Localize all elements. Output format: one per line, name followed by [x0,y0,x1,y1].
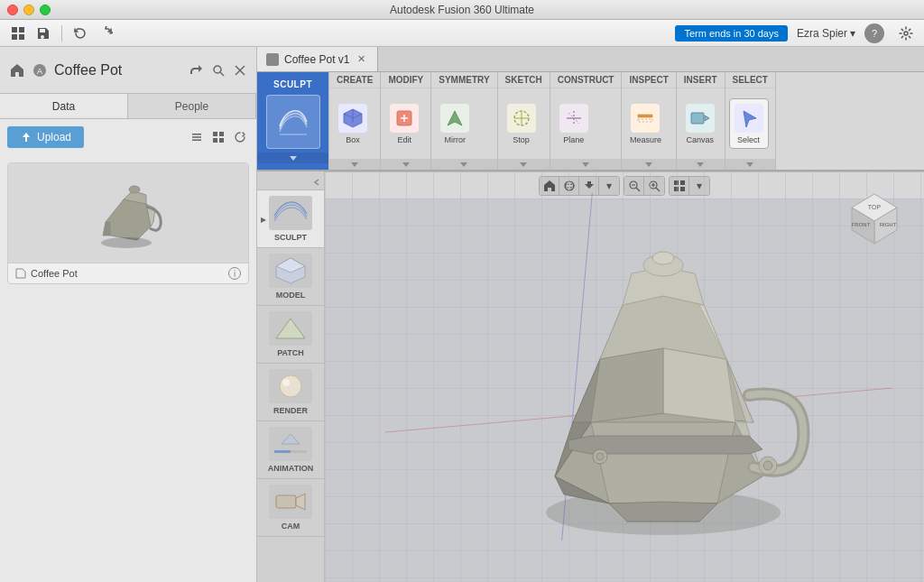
workspace-animation[interactable]: ANIMATION [257,421,324,479]
file-preview-svg [83,172,173,254]
cam-mode-label: CAM [282,522,300,531]
file-label: Coffee Pot i [8,263,248,283]
user-name: Ezra Spier [797,27,847,40]
file-thumbnail [8,163,248,263]
svg-rect-3 [19,34,24,40]
maximize-button[interactable] [40,5,51,15]
construct-dropdown[interactable] [550,159,622,170]
patch-mode-label: PATCH [277,348,304,357]
3d-model [483,224,826,531]
modify-tool-button[interactable]: Edit [384,98,424,149]
sculpt-dropdown[interactable] [257,152,328,163]
tab-people[interactable]: People [128,94,256,118]
undo-button[interactable] [69,23,91,43]
file-item[interactable]: Coffee Pot i [7,162,249,284]
create-dropdown[interactable] [329,159,380,170]
svg-marker-18 [106,199,151,240]
share-icon[interactable] [189,63,204,78]
svg-rect-0 [12,27,17,32]
close-button[interactable] [7,5,18,15]
render-thumb [269,369,312,403]
tab-bar: Data People [0,94,256,119]
svg-rect-2 [12,34,17,40]
svg-marker-44 [282,434,300,444]
viewport[interactable]: TOP RIGHT FRONT [325,171,924,582]
symmetry-tool-button[interactable]: Mirror [435,98,475,149]
modify-dropdown[interactable] [381,159,430,170]
insert-tool-button[interactable]: Canvas [680,98,720,149]
panel-collapse[interactable] [257,175,324,190]
close-panel-icon[interactable] [233,63,247,78]
svg-text:TOP: TOP [868,204,882,210]
user-menu[interactable]: Ezra Spier ▾ [791,25,861,42]
construct-icon [559,104,588,133]
ribbon: SCULPT CREATE [257,72,924,171]
doc-tab-row: Coffee Pot v1 ✕ [257,47,924,72]
svg-rect-15 [219,132,224,136]
select-label: SELECT [725,72,775,88]
info-button[interactable]: i [228,267,241,280]
workspace-sculpt[interactable]: ▶ SCULPT [257,190,324,248]
sculpt-thumb [269,196,312,230]
grid-view-button[interactable] [209,128,227,146]
create-box-button[interactable]: Box [333,98,373,149]
doc-tab-label: Coffee Pot v1 [284,53,350,66]
doc-tab-close-button[interactable]: ✕ [356,53,368,66]
inspect-dropdown[interactable] [622,159,675,170]
traffic-lights[interactable] [7,5,51,15]
svg-point-62 [763,461,772,470]
model-mode-label: MODEL [276,291,306,300]
workspace-patch[interactable]: PATCH [257,306,324,364]
grid-view-button[interactable] [7,23,29,43]
list-view-button[interactable] [188,128,206,146]
sculpt-label: SCULPT [266,76,319,91]
refresh-button[interactable] [231,128,249,146]
gizmo-cube[interactable]: TOP RIGHT FRONT [843,185,906,248]
svg-point-58 [652,252,674,264]
upload-label: Upload [37,131,71,143]
select-tool-button[interactable]: Select [729,98,769,149]
workspace-cam[interactable]: CAM [257,479,324,537]
svg-rect-14 [213,132,217,136]
workspace-render[interactable]: RENDER [257,364,324,421]
modify-section: MODIFY Edit [381,72,431,170]
content-area: A Coffee Pot Data People Upload [0,47,924,582]
svg-marker-55 [591,422,735,503]
inspect-tool-button[interactable]: Measure [625,98,665,149]
settings-button[interactable] [895,23,917,43]
main-area: ▶ SCULPT [257,171,924,582]
coffee-pot-model [483,224,862,549]
title-bar: Autodesk Fusion 360 Ultimate [0,0,924,20]
create-label: CREATE [329,72,380,88]
insert-dropdown[interactable] [677,159,725,170]
redo-button[interactable] [95,23,116,43]
symmetry-dropdown[interactable] [431,159,496,170]
minimize-button[interactable] [23,5,34,15]
save-button[interactable] [32,23,54,43]
select-dropdown[interactable] [725,159,775,170]
term-badge[interactable]: Term ends in 30 days [675,25,788,42]
select-icon [735,104,763,133]
symmetry-label: SYMMETRY [431,72,496,88]
svg-marker-46 [296,494,305,510]
search-icon[interactable] [211,63,226,78]
svg-marker-66 [663,348,735,422]
tab-data[interactable]: Data [0,94,128,118]
modify-icon [390,104,419,133]
upload-button[interactable]: Upload [7,126,84,148]
svg-rect-16 [213,138,217,143]
file-icon [15,268,26,279]
construct-tool-button[interactable]: Plane [554,98,594,149]
help-button[interactable]: ? [864,23,884,43]
sketch-dropdown[interactable] [498,159,550,170]
left-panel: A Coffee Pot Data People Upload [0,47,257,582]
sculpt-mode-section[interactable]: SCULPT [257,72,329,170]
svg-rect-45 [276,495,296,508]
sketch-tool-button[interactable]: Stop [502,98,541,149]
svg-marker-67 [591,348,663,422]
svg-rect-13 [192,140,201,142]
workspace-model[interactable]: MODEL [257,248,324,306]
doc-tab[interactable]: Coffee Pot v1 ✕ [257,47,378,71]
cam-thumb [269,485,312,519]
svg-point-4 [904,32,908,35]
